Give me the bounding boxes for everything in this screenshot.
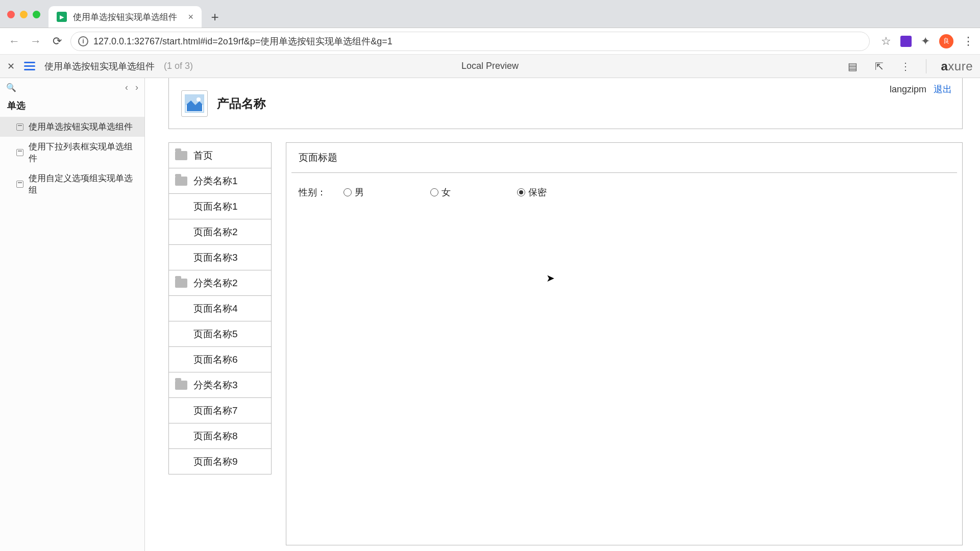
nav-item-label: 页面名称9 xyxy=(193,455,238,468)
product-logo-icon xyxy=(181,90,208,117)
extension-icon[interactable] xyxy=(900,36,912,47)
pages-tree-item-label: 使用自定义选项组实现单选组 xyxy=(29,172,137,196)
axure-toolbar: ✕ 使用单选按钮实现单选组件 (1 of 3) Local Preview ▤ … xyxy=(0,55,980,78)
browser-menu-button[interactable]: ⋮ xyxy=(963,35,974,48)
pages-next-button[interactable]: › xyxy=(135,82,138,93)
window-minimize-button[interactable] xyxy=(20,11,28,18)
window-controls xyxy=(7,11,40,18)
nav-item-label: 页面名称8 xyxy=(193,430,238,443)
gender-label: 性别： xyxy=(299,186,326,198)
axure-pages-panel: 🔍 ‹ › 单选 使用单选按钮实现单选组件使用下拉列表框实现单选组件使用自定义选… xyxy=(0,78,145,551)
profile-avatar[interactable]: 良 xyxy=(939,34,953,48)
radio-label: 女 xyxy=(442,186,451,198)
nav-item-label: 页面名称6 xyxy=(193,353,238,366)
nav-page-item[interactable]: 页面名称7 xyxy=(168,398,272,423)
logout-link[interactable]: 退出 xyxy=(934,83,952,95)
axure-close-button[interactable]: ✕ xyxy=(7,61,15,72)
nav-page-item[interactable]: 页面名称9 xyxy=(168,449,272,474)
pages-search-icon[interactable]: 🔍 xyxy=(6,83,16,92)
nav-page-item[interactable]: 页面名称5 xyxy=(168,321,272,347)
content-title: 页面标题 xyxy=(286,143,962,172)
nav-category-item[interactable]: 首页 xyxy=(168,143,272,168)
radio-icon xyxy=(344,188,352,196)
tab-favicon-icon xyxy=(57,12,67,22)
prototype-canvas: 产品名称 langzipm 退出 首页分类名称1页面名称1页面名称2页面名称3分… xyxy=(145,78,980,551)
nav-item-label: 分类名称2 xyxy=(193,277,238,290)
nav-page-item[interactable]: 页面名称4 xyxy=(168,296,272,321)
axure-more-icon[interactable]: ⋮ xyxy=(899,60,912,72)
nav-category-item[interactable]: 分类名称1 xyxy=(168,168,272,194)
gender-radio-option[interactable]: 男 xyxy=(344,186,389,198)
nav-item-label: 首页 xyxy=(193,149,213,162)
gender-radio-option[interactable]: 女 xyxy=(430,186,476,198)
nav-forward-button[interactable]: → xyxy=(28,33,44,49)
nav-item-label: 分类名称3 xyxy=(193,379,238,392)
pages-tree-item-label: 使用单选按钮实现单选组件 xyxy=(29,121,133,133)
pages-tree-item[interactable]: 使用自定义选项组实现单选组 xyxy=(0,168,144,200)
nav-item-label: 页面名称5 xyxy=(193,328,238,341)
browser-tab[interactable]: 使用单选按钮实现单选组件 × xyxy=(48,6,202,28)
radio-label: 男 xyxy=(355,186,364,198)
nav-category-item[interactable]: 分类名称2 xyxy=(168,270,272,296)
url-input[interactable]: i 127.0.0.1:32767/start.html#id=2o19rf&p… xyxy=(70,32,870,51)
window-close-button[interactable] xyxy=(7,11,15,18)
divider xyxy=(926,59,926,73)
folder-icon xyxy=(175,177,187,186)
axure-page-counter: (1 of 3) xyxy=(164,61,193,71)
nav-item-label: 页面名称1 xyxy=(193,200,238,213)
pages-tree-item[interactable]: 使用下拉列表框实现单选组件 xyxy=(0,137,144,168)
gender-form-row: 性别： 男女保密 xyxy=(286,173,962,212)
radio-icon xyxy=(517,188,525,196)
radio-icon xyxy=(430,188,438,196)
nav-page-item[interactable]: 页面名称1 xyxy=(168,194,272,219)
nav-category-item[interactable]: 分类名称3 xyxy=(168,372,272,398)
radio-label: 保密 xyxy=(528,186,547,198)
nav-item-label: 页面名称4 xyxy=(193,302,238,315)
nav-page-item[interactable]: 页面名称3 xyxy=(168,245,272,270)
axure-logo: axure xyxy=(941,59,973,73)
nav-item-label: 分类名称1 xyxy=(193,174,238,188)
browser-tabstrip: 使用单选按钮实现单选组件 × + xyxy=(0,0,980,28)
nav-page-item[interactable]: 页面名称6 xyxy=(168,347,272,372)
username-label: langzipm xyxy=(890,84,926,95)
nav-item-label: 页面名称2 xyxy=(193,226,238,239)
nav-item-label: 页面名称3 xyxy=(193,251,238,264)
new-tab-button[interactable]: + xyxy=(206,8,224,26)
axure-notes-icon[interactable]: ▤ xyxy=(846,60,859,72)
nav-page-item[interactable]: 页面名称8 xyxy=(168,423,272,449)
axure-pages-toggle[interactable] xyxy=(24,62,35,70)
url-text: 127.0.0.1:32767/start.html#id=2o19rf&p=使… xyxy=(93,35,393,47)
browser-address-bar: ← → ⟳ i 127.0.0.1:32767/start.html#id=2o… xyxy=(0,28,980,55)
prototype-side-nav: 首页分类名称1页面名称1页面名称2页面名称3分类名称2页面名称4页面名称5页面名… xyxy=(168,142,272,545)
folder-icon xyxy=(175,381,187,390)
axure-preview-label: Local Preview xyxy=(461,61,519,71)
gender-radio-option[interactable]: 保密 xyxy=(517,186,563,198)
folder-icon xyxy=(175,151,187,160)
nav-back-button[interactable]: ← xyxy=(6,33,22,49)
extensions-puzzle-icon[interactable]: ✦ xyxy=(921,35,930,48)
nav-page-item[interactable]: 页面名称2 xyxy=(168,219,272,245)
pages-tree-item-label: 使用下拉列表框实现单选组件 xyxy=(29,141,137,164)
pages-prev-button[interactable]: ‹ xyxy=(125,82,128,93)
bookmark-star-icon[interactable]: ☆ xyxy=(881,35,891,48)
tab-title: 使用单选按钮实现单选组件 xyxy=(73,11,177,23)
page-icon xyxy=(16,181,23,188)
axure-share-icon[interactable]: ⇱ xyxy=(873,60,885,72)
window-maximize-button[interactable] xyxy=(33,11,40,18)
folder-icon xyxy=(175,279,187,288)
page-icon xyxy=(16,123,23,131)
pages-tree-item[interactable]: 使用单选按钮实现单选组件 xyxy=(0,117,144,137)
prototype-header: 产品名称 langzipm 退出 xyxy=(168,78,963,129)
nav-item-label: 页面名称7 xyxy=(193,404,238,417)
nav-reload-button[interactable]: ⟳ xyxy=(49,33,65,49)
site-info-icon[interactable]: i xyxy=(78,36,88,46)
pages-section-title: 单选 xyxy=(0,96,144,117)
prototype-content: 页面标题 性别： 男女保密 xyxy=(286,142,963,545)
product-name: 产品名称 xyxy=(217,95,266,112)
axure-page-name: 使用单选按钮实现单选组件 xyxy=(44,60,155,72)
page-icon xyxy=(16,149,23,156)
tab-close-button[interactable]: × xyxy=(188,12,193,22)
